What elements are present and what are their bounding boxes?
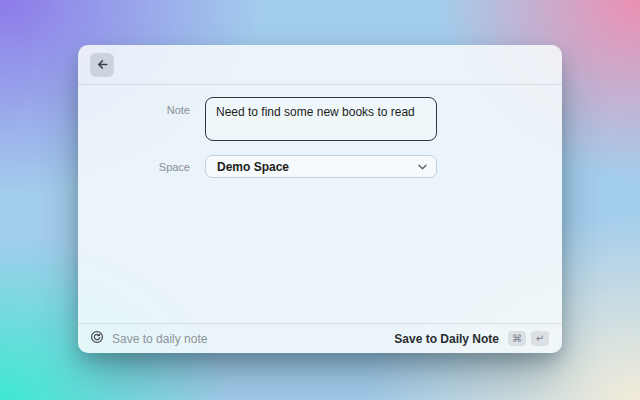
back-button[interactable]	[90, 53, 114, 77]
space-select[interactable]: Demo Space	[205, 155, 437, 178]
form-area: Note Need to find some new books to read…	[78, 85, 562, 323]
note-input[interactable]: Need to find some new books to read	[205, 97, 437, 141]
quick-note-window: Note Need to find some new books to read…	[78, 45, 562, 353]
note-row: Note Need to find some new books to read	[78, 97, 562, 141]
primary-action-label: Save to Daily Note	[394, 332, 499, 346]
space-row: Space Demo Space	[78, 155, 562, 178]
space-select-value: Demo Space	[217, 160, 418, 174]
back-arrow-icon	[96, 58, 109, 71]
return-key-icon: ↵	[531, 331, 549, 346]
command-key-icon: ⌘	[508, 331, 526, 346]
save-to-daily-note-label: Save to daily note	[112, 332, 207, 346]
space-label: Space	[78, 161, 205, 173]
window-footer: Save to daily note Save to Daily Note ⌘ …	[78, 323, 562, 353]
save-to-daily-note-primary[interactable]: Save to Daily Note ⌘ ↵	[394, 331, 549, 346]
daily-note-refresh-icon	[90, 330, 104, 348]
save-to-daily-note-secondary[interactable]: Save to daily note	[90, 330, 207, 348]
chevron-down-icon	[418, 164, 427, 170]
desktop-background: Note Need to find some new books to read…	[0, 0, 640, 400]
window-header	[78, 45, 562, 85]
note-label: Note	[78, 97, 205, 116]
